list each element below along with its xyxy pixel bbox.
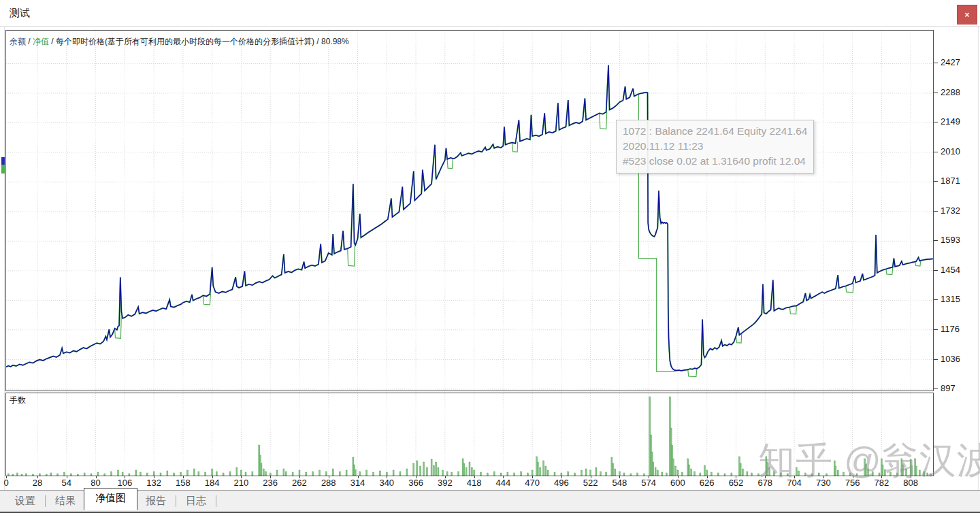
tooltip-trade-line: #523 close 0.02 at 1.31640 profit 12.04: [623, 154, 807, 169]
x-axis-tick: [183, 476, 184, 478]
x-axis-tick: [270, 476, 271, 478]
x-axis-label: 496: [554, 478, 569, 488]
y-axis-label: 1036: [941, 354, 960, 364]
tab-结果[interactable]: 结果: [47, 492, 84, 510]
legend-separator: /: [26, 37, 33, 46]
x-axis-label: 392: [438, 478, 453, 488]
y-axis-label: 1454: [941, 265, 960, 275]
x-axis-label: 132: [146, 478, 161, 488]
tester-tab-bar: 设置结果净值图报告日志: [0, 490, 980, 513]
balance-legend-label: 余额: [10, 37, 26, 46]
close-icon: ×: [964, 10, 969, 20]
window-titlebar: 测试: [0, 0, 980, 27]
x-axis-label: 418: [467, 478, 482, 488]
x-axis-label: 80: [91, 478, 100, 488]
x-axis-label: 808: [903, 478, 918, 488]
x-axis-tick: [649, 476, 649, 478]
y-axis-label: 2010: [941, 146, 960, 156]
x-axis-tick: [154, 476, 154, 478]
x-axis-label: 28: [33, 478, 42, 488]
x-axis-label: 366: [408, 478, 423, 488]
y-axis-tick: [934, 93, 938, 93]
x-axis-label: 262: [292, 478, 307, 488]
tab-设置[interactable]: 设置: [7, 492, 44, 510]
balance-equity-chart[interactable]: [5, 30, 934, 391]
tab-净值图[interactable]: 净值图: [84, 488, 137, 510]
x-axis-tick: [445, 476, 446, 478]
x-axis-label: 158: [176, 478, 191, 488]
x-axis-label: 340: [379, 478, 394, 488]
x-axis-label: 106: [118, 478, 133, 488]
x-axis-tick: [532, 476, 533, 478]
equity-legend-label: 净值: [33, 37, 49, 46]
x-axis-label: 236: [263, 478, 278, 488]
chart-description: / 每个即时价格(基于所有可利用的最小时段的每一个价格的分形插值计算) / 80…: [49, 37, 349, 46]
x-axis-label: 444: [495, 478, 510, 488]
x-axis-tick: [96, 476, 97, 478]
y-axis-tick: [934, 299, 938, 300]
tooltip-balance-line: 1072 : Balance 2241.64 Equity 2241.64: [623, 124, 807, 139]
x-axis-tick: [299, 476, 300, 478]
x-axis-tick: [241, 476, 242, 478]
x-axis-tick: [765, 476, 766, 478]
tooltip-datetime-line: 2020.11.12 11:23: [623, 139, 807, 154]
x-axis-label: 574: [641, 478, 656, 488]
x-axis-tick: [911, 476, 911, 478]
y-axis-tick: [934, 122, 938, 122]
y-axis-tick: [934, 63, 938, 63]
x-axis-tick: [794, 476, 795, 478]
x-axis-tick: [707, 476, 708, 478]
equity-drawdown-segment: [115, 312, 122, 339]
window-title: 测试: [10, 7, 30, 20]
y-axis-label: 1593: [941, 235, 960, 245]
x-axis-tick: [358, 476, 359, 478]
lots-svg: [6, 393, 933, 476]
y-axis-label: 897: [941, 383, 956, 393]
tab-separator: [216, 495, 216, 507]
x-axis-tick: [37, 476, 38, 478]
x-axis-label: 600: [670, 478, 685, 488]
y-axis-tick: [934, 329, 938, 330]
trade-tooltip: 1072 : Balance 2241.64 Equity 2241.64 20…: [616, 120, 814, 173]
x-axis-tick: [591, 476, 591, 478]
x-axis-label: 782: [874, 478, 889, 488]
x-axis-tick: [474, 476, 475, 478]
x-axis-label: 184: [205, 478, 220, 488]
tab-日志[interactable]: 日志: [178, 492, 214, 510]
x-axis-tick: [6, 476, 7, 478]
x-axis-label: 210: [234, 478, 249, 488]
tab-separator: [176, 495, 176, 507]
x-axis-tick: [619, 476, 620, 478]
y-axis-label: 1732: [941, 205, 960, 216]
x-axis-label: 314: [350, 478, 365, 488]
tab-报告[interactable]: 报告: [137, 492, 174, 510]
x-axis-tick: [329, 476, 329, 478]
lot-size-chart[interactable]: [5, 393, 934, 476]
x-axis-tick: [853, 476, 853, 478]
x-axis-label: 288: [321, 478, 336, 488]
y-axis-label: 2149: [941, 116, 960, 127]
x-axis-tick: [881, 476, 882, 478]
y-axis-label: 1315: [941, 294, 960, 304]
x-axis-label: 730: [816, 478, 831, 488]
lots-bars: [7, 397, 931, 476]
y-axis-label: 1176: [941, 324, 960, 334]
tab-separator: [45, 495, 46, 507]
close-button[interactable]: ×: [957, 5, 977, 24]
x-axis-label: 522: [583, 478, 598, 488]
x-axis-label: 678: [757, 478, 772, 488]
equity-edge-marker: [1, 165, 5, 173]
y-axis-tick: [934, 388, 938, 389]
lots-panel-label: 手数: [10, 395, 26, 406]
y-axis-tick: [934, 270, 938, 271]
x-axis-label: 704: [787, 478, 802, 488]
x-axis-tick: [561, 476, 562, 478]
balance-edge-marker: [1, 157, 5, 165]
y-axis-tick: [934, 359, 938, 360]
x-axis-tick: [125, 476, 125, 478]
y-axis-tick: [934, 152, 938, 152]
y-axis-label: 2288: [941, 87, 960, 97]
y-axis-tick: [934, 181, 938, 182]
x-axis-tick: [387, 476, 387, 478]
x-axis-tick: [416, 476, 416, 478]
